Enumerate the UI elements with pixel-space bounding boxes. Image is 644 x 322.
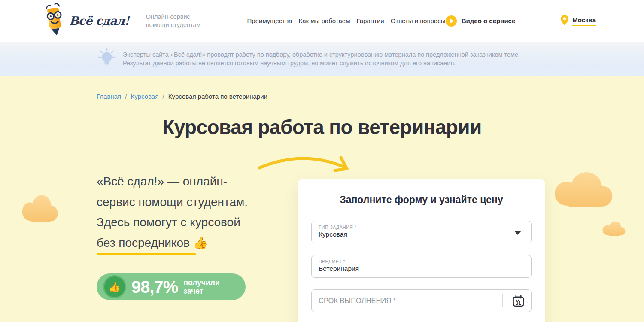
location-pin-icon xyxy=(561,15,568,27)
calendar-icon[interactable]: 31 xyxy=(512,295,525,309)
breadcrumb-coursework-link[interactable]: Курсовая xyxy=(131,93,159,100)
deadline-field[interactable]: 31 xyxy=(311,289,532,312)
thumbs-up-seal-icon: 👍 xyxy=(104,276,125,297)
video-about-service-button[interactable]: Видео о сервисе xyxy=(446,15,516,27)
curved-arrow-decoration xyxy=(256,148,357,180)
logo-wordmark: Всё сдал! xyxy=(69,14,129,27)
form-title: Заполните форму и узнайте цену xyxy=(311,194,532,206)
nav-item-how-we-work[interactable]: Как мы работаем xyxy=(298,17,350,24)
logo-divider xyxy=(138,11,138,31)
task-type-select[interactable]: ТИП ЗАДАНИЯ * xyxy=(311,221,532,243)
order-form-card: Заполните форму и узнайте цену ТИП ЗАДАН… xyxy=(298,179,545,322)
city-label: Москва xyxy=(572,16,596,26)
subject-label: ПРЕДМЕТ * xyxy=(319,259,524,264)
cloud-large-decoration xyxy=(549,171,614,209)
notice-banner: Эксперты сайта «Всё сдал!» проводят рабо… xyxy=(0,42,644,76)
task-type-value[interactable] xyxy=(319,230,473,238)
breadcrumb-home-link[interactable]: Главная xyxy=(97,93,121,100)
date-divider xyxy=(502,294,503,307)
breadcrumb: Главная / Курсовая / Курсовая работа по … xyxy=(97,93,267,100)
stat-percent: 98,7% xyxy=(131,277,178,297)
lightbulb-icon xyxy=(97,47,117,70)
breadcrumb-current: Курсовая работа по ветеринарии xyxy=(168,93,267,100)
subject-value[interactable] xyxy=(319,264,473,273)
yellow-underline-decoration xyxy=(97,253,196,255)
calendar-day-number: 31 xyxy=(516,301,521,306)
cloud-small-decoration xyxy=(600,221,626,237)
site-header: Всё сдал! Онлайн-сервис помощи студентам… xyxy=(0,0,644,42)
city-selector[interactable]: Москва xyxy=(561,15,596,27)
cloud-left-decoration xyxy=(18,194,59,224)
chevron-down-icon[interactable] xyxy=(514,231,521,235)
select-divider xyxy=(504,225,504,239)
nav-item-guarantees[interactable]: Гарантии xyxy=(356,17,384,24)
play-icon xyxy=(446,15,457,27)
stat-caption: получили зачет xyxy=(183,278,219,295)
status-badge: 👍 98,7% получили зачет xyxy=(97,273,246,300)
main-nav: Преимущества Как мы работаем Гарантии От… xyxy=(247,17,446,24)
deadline-input[interactable] xyxy=(319,297,473,305)
nav-item-faq[interactable]: Ответы и вопросы xyxy=(391,17,446,24)
logo[interactable]: Всё сдал! xyxy=(44,3,129,39)
subject-field[interactable]: ПРЕДМЕТ * xyxy=(311,255,532,278)
logo-tagline: Онлайн-сервис помощи студентам xyxy=(146,13,201,29)
nav-item-advantages[interactable]: Преимущества xyxy=(247,17,292,24)
thumbs-up-emoji: 👍 xyxy=(193,236,208,249)
hero-section: Главная / Курсовая / Курсовая работа по … xyxy=(0,76,644,322)
logo-pencil-mascot-icon xyxy=(44,3,64,39)
hero-description: «Всё сдал!» — онлайн- сервис помощи студ… xyxy=(97,171,248,253)
page-title: Курсовая работа по ветеринарии xyxy=(0,115,644,139)
task-type-label: ТИП ЗАДАНИЯ * xyxy=(319,225,524,230)
notice-text: Эксперты сайта «Всё сдал!» проводят рабо… xyxy=(123,50,520,67)
